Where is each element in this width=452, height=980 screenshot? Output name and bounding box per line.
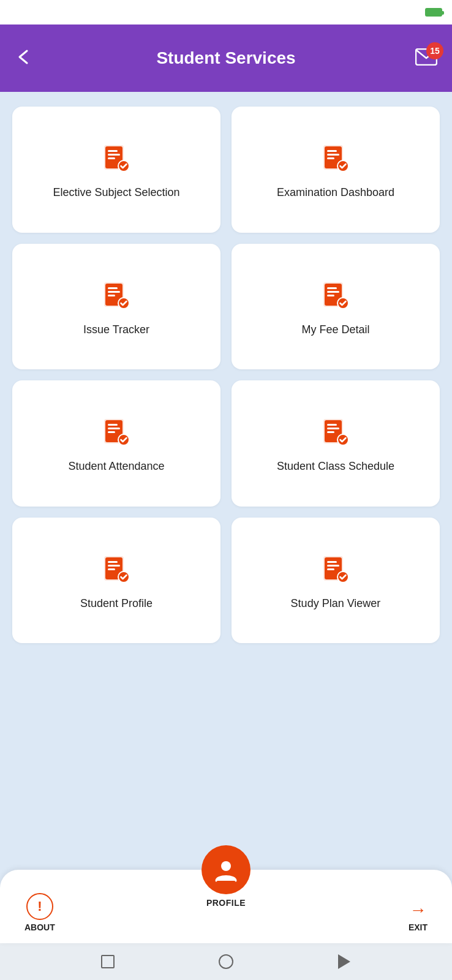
header: Student Services 15 [0,24,452,92]
profile-nav-item[interactable]: PROFILE [202,845,250,908]
profile-icon [202,845,250,894]
student-profile-icon [99,554,134,588]
svg-rect-11 [327,157,334,159]
svg-rect-21 [327,287,337,289]
page-title: Student Services [156,48,295,68]
svg-rect-27 [108,424,118,426]
svg-rect-47 [327,568,334,570]
card-student-profile[interactable]: Student Profile [12,518,220,644]
recent-apps-button[interactable] [99,953,116,970]
card-my-fee-detail[interactable]: My Fee Detail [232,244,440,370]
svg-rect-34 [327,428,339,429]
mail-button[interactable]: 15 [415,48,437,68]
svg-rect-45 [327,561,337,563]
profile-label: PROFILE [206,898,246,908]
elective-subject-icon [99,143,134,177]
examination-dashboard-icon [318,143,353,177]
card-student-class-schedule[interactable]: Student Class Schedule [232,380,440,507]
about-nav-item[interactable]: ! ABOUT [24,893,55,932]
svg-rect-23 [327,295,334,296]
status-bar [0,0,452,24]
card-study-plan-viewer[interactable]: Study Plan Viewer [232,518,440,644]
card-label: Student Attendance [68,459,164,473]
notification-badge: 15 [426,42,443,59]
svg-rect-40 [108,565,120,567]
svg-rect-29 [108,431,115,433]
about-label: ABOUT [24,922,55,932]
study-plan-viewer-icon [318,554,353,588]
student-class-schedule-icon [318,417,353,451]
about-icon: ! [26,893,53,920]
back-system-icon [338,954,350,969]
card-label: My Fee Detail [301,323,369,337]
student-attendance-icon [99,417,134,451]
svg-rect-10 [327,154,339,156]
card-label: Study Plan Viewer [291,597,381,611]
svg-rect-39 [108,561,118,563]
svg-rect-15 [108,287,118,289]
home-button[interactable] [217,953,235,970]
battery-icon [425,8,442,17]
svg-rect-3 [108,150,118,152]
card-label: Student Class Schedule [277,459,394,473]
svg-rect-5 [108,157,115,159]
card-label: Issue Tracker [83,323,149,337]
card-label: Examination Dashboard [277,186,394,200]
svg-point-49 [221,861,231,871]
services-grid: Elective Subject Selection Examination D… [0,92,452,655]
back-button[interactable] [15,48,32,69]
system-navigation-bar [0,943,452,980]
card-label: Student Profile [80,597,153,611]
card-label: Elective Subject Selection [53,186,179,200]
home-icon [219,954,233,969]
card-issue-tracker[interactable]: Issue Tracker [12,244,220,370]
card-student-attendance[interactable]: Student Attendance [12,380,220,507]
my-fee-detail-icon [318,280,353,314]
svg-rect-35 [327,431,334,433]
svg-rect-41 [108,568,115,570]
card-examination-dashboard[interactable]: Examination Dashboard [232,107,440,233]
svg-rect-16 [108,291,120,293]
back-system-button[interactable] [336,953,353,970]
exit-icon: → [409,900,426,920]
recent-apps-icon [101,955,115,968]
issue-tracker-icon [99,280,134,314]
svg-rect-4 [108,154,120,156]
svg-rect-28 [108,428,120,429]
svg-rect-46 [327,565,339,567]
bottom-navigation: ! ABOUT PROFILE → EXIT [0,870,452,943]
exit-nav-item[interactable]: → EXIT [409,900,428,932]
svg-rect-17 [108,295,115,296]
svg-rect-9 [327,150,337,152]
svg-rect-22 [327,291,339,293]
card-elective-subject-selection[interactable]: Elective Subject Selection [12,107,220,233]
exit-label: EXIT [409,922,428,932]
empty-space [0,655,452,870]
svg-rect-33 [327,424,337,426]
